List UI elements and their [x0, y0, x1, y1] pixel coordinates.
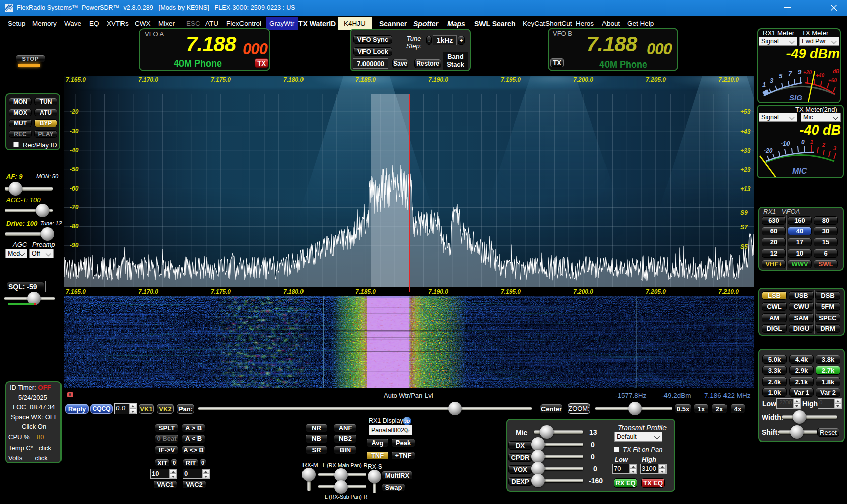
svg-text:3: 3 [833, 145, 836, 151]
svg-text:+60: +60 [828, 78, 837, 83]
svg-text:1: 1 [810, 139, 813, 145]
svg-text:+40: +40 [816, 73, 824, 78]
svg-text:-10: -10 [781, 140, 790, 147]
svg-text:+20: +20 [803, 70, 812, 75]
svg-text:SIG: SIG [789, 93, 802, 102]
svg-text:9: 9 [798, 68, 802, 76]
svg-text:-20: -20 [764, 147, 773, 154]
svg-text:0: 0 [801, 139, 805, 146]
svg-text:5: 5 [779, 72, 783, 80]
svg-text:2: 2 [822, 142, 825, 148]
svg-text:1: 1 [762, 81, 766, 88]
svg-text:7: 7 [788, 70, 792, 77]
svg-text:3: 3 [770, 77, 774, 84]
svg-text:MIC: MIC [792, 167, 807, 175]
svg-text:dB: dB [833, 69, 839, 74]
